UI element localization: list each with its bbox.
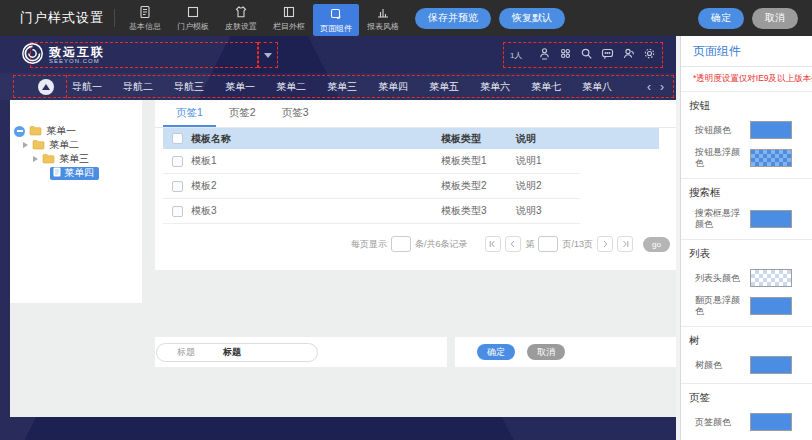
preview-confirm-button[interactable]: 确定 [477,344,515,360]
chevron-right-icon[interactable]: › [660,81,664,93]
dialog-buttons-panel: 确定 取消 [455,337,677,367]
go-button[interactable]: go [643,237,670,252]
nav-item[interactable]: 导航一 [72,80,102,94]
chevron-left-icon[interactable]: ‹ [647,81,651,93]
preview-cancel-button[interactable]: 取消 [527,344,565,360]
restore-default-button[interactable]: 恢复默认 [499,8,565,29]
row-checkbox[interactable] [172,206,183,217]
up-arrow-circle-icon[interactable] [38,79,54,95]
tree-node-menu2[interactable]: 菜单二 [10,138,142,152]
profile-icon[interactable] [622,46,635,64]
button-hover-color-swatch[interactable] [750,149,792,167]
section-tree: 树 树颜色 [681,327,812,384]
member-icon[interactable] [538,46,551,64]
color-row: 搜索框悬浮颜色 [681,208,812,230]
tab-report-style[interactable]: 报表风格 [359,0,407,36]
navbar-selection-divider [66,75,67,98]
nav-scroll-controls: ‹ › [647,81,664,93]
button-color-swatch[interactable] [750,121,792,139]
nav-item[interactable]: 菜单八 [582,80,612,94]
tab-color-swatch[interactable] [750,413,792,431]
tree-node-label: 菜单三 [59,152,89,166]
color-label: 翻页悬浮颜色 [695,295,747,317]
tab-page1[interactable]: 页签1 [163,100,216,127]
document-icon [138,5,152,19]
color-row: 树颜色 [681,356,812,374]
collapse-minus-icon[interactable] [14,126,25,137]
row-checkbox[interactable] [172,156,183,167]
first-page-button[interactable] [485,236,501,252]
panel-title: 页面组件 [681,36,812,67]
caret-icon[interactable] [33,156,38,162]
color-label: 列表头颜色 [695,273,747,284]
tab-page3[interactable]: 页签3 [269,100,322,127]
table-row[interactable]: 模板2 模板类型2 说明2 [163,174,580,199]
section-title: 页签 [689,391,812,405]
tab-column-frame[interactable]: 栏目外框 [265,0,313,36]
nav-item[interactable]: 导航二 [123,80,153,94]
selected-tree-node[interactable]: 菜单四 [50,167,99,180]
header-icons-bar[interactable]: 1人 [503,42,663,68]
frame-icon [282,5,296,19]
nav-item[interactable]: 菜单二 [276,80,306,94]
online-count: 1人 [510,50,522,61]
paging-hover-color-swatch[interactable] [750,297,792,315]
color-row: 按钮悬浮颜色 [681,147,812,169]
nav-item[interactable]: 菜单三 [327,80,357,94]
confirm-button[interactable]: 确定 [698,8,744,29]
logo-text: 致远互联 SEEYON.COM [49,46,105,65]
nav-menu-items: 导航一 导航二 导航三 菜单一 菜单二 菜单三 菜单四 菜单五 菜单六 菜单七 … [72,80,612,94]
toolbar-divider [114,9,115,27]
cell-template-type: 模板类型3 [441,204,516,218]
tree-node-menu1[interactable]: 菜单一 [10,124,142,138]
tab-page-components[interactable]: 页面组件 [313,4,359,36]
pagination-bar: 每页显示 条/共6条记录 第 页/13页 go [155,236,677,252]
nav-item[interactable]: 菜单六 [480,80,510,94]
per-page-input[interactable] [391,236,411,252]
row-checkbox[interactable] [172,181,183,192]
prev-page-button[interactable] [505,236,521,252]
table-row[interactable]: 模板1 模板类型1 说明1 [163,149,580,174]
nav-item[interactable]: 菜单一 [225,80,255,94]
template-table: 模板名称 模板类型 说明 模板1 模板类型1 说明1 模板2 模板 [163,128,659,224]
preview-navbar: 导航一 导航二 导航三 菜单一 菜单二 菜单三 菜单四 菜单五 菜单六 菜单七 … [0,73,680,100]
page-title: 门户样式设置 [20,9,104,27]
tab-label: 报表风格 [367,21,399,32]
tab-portal-template[interactable]: 门户模板 [169,0,217,36]
color-row: 页签颜色 [681,413,812,431]
tree-node-menu4[interactable]: 菜单四 [10,166,142,180]
up-arrow-icon [42,84,50,90]
search-icon[interactable] [580,46,593,64]
component-icon [329,7,343,21]
preview-scrollbar[interactable] [676,36,680,440]
nav-item[interactable]: 菜单四 [378,80,408,94]
cancel-button[interactable]: 取消 [752,8,798,29]
save-preview-button[interactable]: 保存并预览 [415,8,491,29]
per-page-label: 每页显示 [351,238,387,251]
color-label: 按钮悬浮颜色 [695,147,747,169]
select-all-checkbox[interactable] [172,133,183,144]
tab-page2[interactable]: 页签2 [216,100,269,127]
tree-color-swatch[interactable] [750,356,792,374]
tab-skin-settings[interactable]: 皮肤设置 [217,0,265,36]
header-dropdown-box[interactable] [258,42,278,68]
tree-node-label: 菜单四 [64,166,94,180]
message-icon[interactable] [601,46,614,64]
title-field[interactable]: 标题 标题 [156,343,318,362]
chart-icon [376,5,390,19]
nav-item[interactable]: 菜单七 [531,80,561,94]
list-header-color-swatch[interactable] [750,269,792,287]
gear-icon[interactable] [643,46,656,64]
tree-node-menu3[interactable]: 菜单三 [10,152,142,166]
next-page-button[interactable] [597,236,613,252]
last-page-button[interactable] [617,236,633,252]
tab-basic-info[interactable]: 基本信息 [121,0,169,36]
nav-item[interactable]: 菜单五 [429,80,459,94]
search-hover-color-swatch[interactable] [750,210,792,228]
page-number-input[interactable] [538,236,558,252]
table-row[interactable]: 模板3 模板类型3 说明3 [163,199,580,224]
apps-icon[interactable] [559,46,572,64]
nav-item[interactable]: 导航三 [174,80,204,94]
caret-icon[interactable] [23,142,28,148]
menu-tree-panel: 菜单一 菜单二 菜单三 菜单四 [10,100,142,303]
